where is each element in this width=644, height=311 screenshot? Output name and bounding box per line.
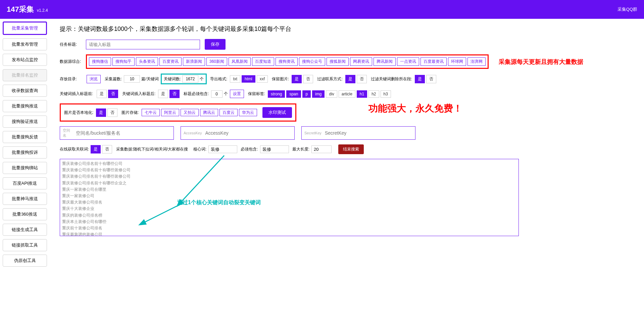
filter-contact-no[interactable]: 否 xyxy=(357,75,367,83)
sidebar-item-12[interactable]: 批量360推送 xyxy=(3,208,47,220)
sidebar-item-10[interactable]: 百度API推送 xyxy=(3,177,47,189)
sidebar-item-14[interactable]: 链接抓取工具 xyxy=(3,239,47,251)
keep-tag-p[interactable]: p xyxy=(302,90,311,98)
source-tag-9[interactable]: 搜狗公众号 xyxy=(299,57,325,66)
keep-tag-h3[interactable]: h3 xyxy=(381,90,391,98)
img-store-label: 图片存储: xyxy=(121,110,139,116)
online-kw-yes[interactable]: 是 xyxy=(91,145,101,153)
settings-button[interactable]: 设置 xyxy=(230,90,244,98)
save-button[interactable]: 保存 xyxy=(205,39,226,50)
sidebar-item-8[interactable]: 批量搜狗投诉 xyxy=(3,146,47,159)
watermark-test-button[interactable]: 水印测试 xyxy=(262,107,292,118)
keep-tag-strong[interactable]: strong xyxy=(268,90,285,98)
sidebar: 批量采集管理批量发布管理发布站点监控批量排名监控收录数据查询批量搜狗推送搜狗验证… xyxy=(0,19,50,273)
task-title-input[interactable] xyxy=(86,40,200,49)
img-local-no[interactable]: 否 xyxy=(107,108,117,117)
space-input[interactable] xyxy=(76,130,171,136)
core-kw-input[interactable] xyxy=(208,145,237,153)
sidebar-item-13[interactable]: 链接生成工具 xyxy=(3,224,47,236)
export-format-html[interactable]: html xyxy=(242,75,255,83)
img-local-yes[interactable]: 是 xyxy=(96,108,106,117)
source-tag-11[interactable]: 网易资讯 xyxy=(350,57,372,66)
source-tag-3[interactable]: 百度资讯 xyxy=(159,57,182,66)
app-header: 147采集 v1.2.4 采集QQ群 xyxy=(0,0,644,19)
brand-wrap: 147采集 v1.2.4 xyxy=(7,4,48,14)
keep-tag-article[interactable]: article xyxy=(339,90,355,98)
source-tag-10[interactable]: 搜狐新闻 xyxy=(327,57,349,66)
keep-img-label: 保留图片: xyxy=(272,76,289,82)
max-len-input[interactable] xyxy=(311,145,332,153)
source-tag-2[interactable]: 头条资讯 xyxy=(136,57,158,66)
source-tag-0[interactable]: 搜狗微信 xyxy=(89,57,111,66)
keyword-count-unit: 个 xyxy=(200,76,204,82)
space-input-wrap[interactable]: 空间名 xyxy=(60,126,174,140)
export-format-txt[interactable]: txt xyxy=(230,75,240,83)
must-contain-label: 必须包含: xyxy=(241,146,258,152)
img-store-0[interactable]: 七牛云 xyxy=(142,109,160,116)
title-contain-count[interactable] xyxy=(211,90,222,98)
must-contain-input[interactable] xyxy=(260,145,289,153)
sidebar-item-0[interactable]: 批量采集管理 xyxy=(3,21,47,35)
img-store-1[interactable]: 阿里云 xyxy=(161,109,179,116)
keyword-count-input[interactable] xyxy=(182,75,198,83)
filter-kw-para-no[interactable]: 否 xyxy=(426,75,436,83)
source-tag-6[interactable]: 凤凰新闻 xyxy=(229,57,251,66)
filter-kw-para-yes[interactable]: 是 xyxy=(415,75,425,83)
keep-tags-label: 保留标签: xyxy=(248,91,265,97)
keep-tag-span[interactable]: span xyxy=(286,90,301,98)
keyword-count-box: 关键词数: 个 xyxy=(161,74,207,84)
source-tag-15[interactable]: 环球网 xyxy=(448,57,466,66)
source-tag-5[interactable]: 360新闻 xyxy=(206,57,227,66)
sidebar-item-2[interactable]: 发布站点监控 xyxy=(3,54,47,66)
sidebar-item-5[interactable]: 批量搜狗推送 xyxy=(3,100,47,112)
sidebar-item-7[interactable]: 批量搜狗反馈 xyxy=(3,131,47,143)
source-tag-16[interactable]: 澎湃网 xyxy=(467,57,486,66)
accesskey-input[interactable] xyxy=(205,130,292,136)
app-version: v1.2.4 xyxy=(37,8,48,13)
keep-img-no[interactable]: 否 xyxy=(303,75,313,83)
online-kw-label: 在线获取关联词: xyxy=(60,146,90,152)
sidebar-item-11[interactable]: 批量神马推送 xyxy=(3,193,47,205)
img-store-4[interactable]: 百度云 xyxy=(219,109,238,116)
end-search-button[interactable]: 结束搜索 xyxy=(338,144,364,154)
keep-tag-img[interactable]: img xyxy=(312,90,325,98)
source-tag-1[interactable]: 搜狗知乎 xyxy=(112,57,135,66)
kw-before-no[interactable]: 否 xyxy=(108,90,118,98)
filter-contact-yes[interactable]: 是 xyxy=(345,75,355,83)
img-store-5[interactable]: 华为云 xyxy=(239,109,257,116)
keep-tag-div[interactable]: div xyxy=(326,90,337,98)
sidebar-item-15[interactable]: 伪原创工具 xyxy=(3,255,47,267)
source-tag-14[interactable]: 百度最资讯 xyxy=(420,57,447,66)
browse-button[interactable]: 浏览 xyxy=(87,75,101,83)
source-tag-12[interactable]: 腾讯新闻 xyxy=(374,57,396,66)
collect-count-input[interactable] xyxy=(124,75,140,83)
sidebar-item-6[interactable]: 搜狗验证推送 xyxy=(3,116,47,128)
accesskey-input-wrap[interactable]: AccessKey xyxy=(181,126,295,140)
img-store-3[interactable]: 腾讯云 xyxy=(200,109,218,116)
source-tag-8[interactable]: 搜狗资讯 xyxy=(276,57,298,66)
collect-count-unit: 篇/关键词 xyxy=(141,76,158,82)
secretkey-input-wrap[interactable]: SecretKey xyxy=(301,126,415,140)
annotation-source: 采集源每天更新且拥有大量数据 xyxy=(499,58,583,66)
keep-tag-h2[interactable]: h2 xyxy=(368,90,379,98)
keep-img-yes[interactable]: 是 xyxy=(292,75,302,83)
sidebar-item-4[interactable]: 收录数据查询 xyxy=(3,85,47,97)
keyword-result-textarea[interactable] xyxy=(60,159,519,236)
keep-tag-h1[interactable]: h1 xyxy=(357,90,367,98)
img-store-2[interactable]: 又拍云 xyxy=(181,109,199,116)
title-contain-unit: 个 xyxy=(224,91,228,97)
sidebar-item-1[interactable]: 批量发布管理 xyxy=(3,38,47,50)
kw-after-no[interactable]: 否 xyxy=(169,90,180,98)
export-format-xxf[interactable]: xxf xyxy=(257,75,268,83)
filter-kw-para-label: 过滤关键词删除所在段: xyxy=(371,76,412,82)
qq-group-link[interactable]: 采集QQ群 xyxy=(617,6,637,12)
secretkey-input[interactable] xyxy=(325,130,412,136)
kw-after-yes[interactable]: 是 xyxy=(158,90,168,98)
source-tag-13[interactable]: 一点资讯 xyxy=(397,57,419,66)
source-tag-4[interactable]: 新浪新闻 xyxy=(183,57,205,66)
source-tag-7[interactable]: 百度知道 xyxy=(252,57,274,66)
max-len-label: 最大长度: xyxy=(292,146,309,152)
kw-before-yes[interactable]: 是 xyxy=(97,90,107,98)
sidebar-item-9[interactable]: 批量搜狗绑站 xyxy=(3,162,47,174)
online-kw-no[interactable]: 否 xyxy=(102,145,112,153)
